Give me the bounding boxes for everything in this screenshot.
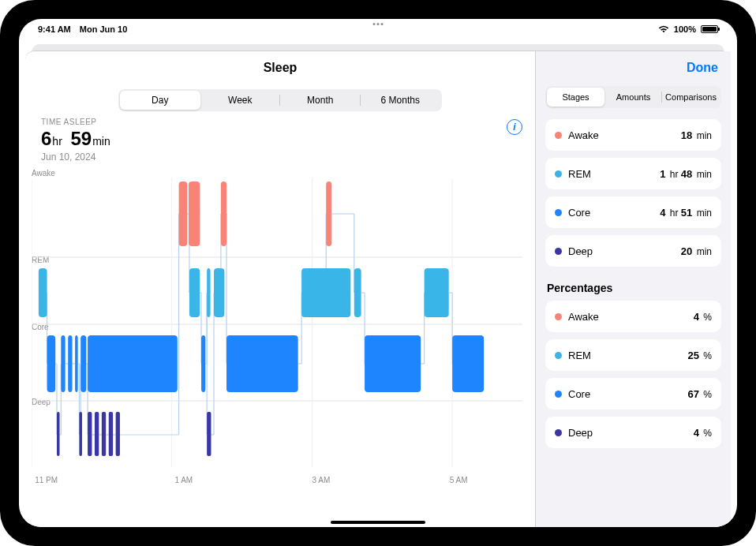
chart-body: [32, 178, 522, 467]
svg-rect-84: [57, 412, 60, 456]
svg-rect-85: [79, 412, 82, 456]
svg-rect-73: [425, 268, 449, 317]
pct-deep[interactable]: Deep4 %: [545, 417, 721, 448]
screen: 9:41 AM Mon Jun 10 100% Sleep Day Week M…: [19, 19, 737, 527]
stage-value: 20 min: [681, 245, 712, 257]
summary-min-unit: min: [92, 135, 110, 148]
main-panel: Sleep Day Week Month 6 Months TIME ASLEE…: [25, 51, 535, 527]
pct-rem[interactable]: REM25 %: [545, 339, 721, 371]
multitask-dots-icon[interactable]: [373, 23, 384, 25]
x-tick-2: 3 AM: [313, 476, 331, 484]
dot-deep-icon: [555, 429, 562, 436]
summary-value: 6hr 59min: [41, 128, 519, 150]
timeframe-segmented[interactable]: Day Week Month 6 Months: [118, 89, 442, 111]
dot-core-icon: [555, 391, 562, 398]
dot-rem-icon: [555, 352, 562, 359]
x-tick-0: 11 PM: [35, 476, 58, 484]
x-axis-ticks: 11 PM 1 AM 3 AM 5 AM: [32, 470, 522, 484]
stage-name: REM: [568, 350, 688, 361]
tab-amounts[interactable]: Amounts: [604, 88, 662, 107]
stage-name: Core: [568, 388, 688, 400]
stage-value: 25 %: [688, 350, 712, 361]
svg-rect-89: [109, 412, 113, 456]
svg-rect-66: [326, 181, 331, 246]
stage-value: 4 %: [694, 311, 712, 323]
stage-name: Core: [568, 207, 660, 219]
status-left: 9:41 AM Mon Jun 10: [38, 24, 133, 34]
seg-day[interactable]: Day: [120, 91, 200, 110]
battery-percent: 100%: [674, 24, 696, 34]
sidebar-segmented[interactable]: Stages Amounts Comparisons: [545, 86, 721, 108]
svg-rect-76: [68, 335, 72, 392]
svg-rect-75: [61, 335, 65, 392]
row-label-awake: Awake: [32, 169, 55, 178]
done-button[interactable]: Done: [687, 61, 718, 75]
svg-rect-91: [207, 412, 211, 456]
svg-rect-80: [201, 335, 205, 392]
svg-rect-69: [207, 268, 210, 317]
stage-rem[interactable]: REM1 hr 48 min: [545, 158, 721, 189]
svg-rect-63: [179, 181, 188, 246]
stage-name: Awake: [568, 129, 681, 141]
pct-core[interactable]: Core67 %: [545, 378, 721, 410]
battery-icon: [701, 25, 718, 33]
chart-svg: [32, 178, 522, 467]
dot-deep-icon: [555, 248, 562, 255]
status-right: 100%: [658, 24, 718, 34]
stage-value: 18 min: [681, 129, 712, 141]
stage-name: REM: [568, 168, 660, 180]
summary-hr-unit: hr: [52, 135, 62, 148]
tab-comparisons[interactable]: Comparisons: [662, 88, 720, 107]
stage-value: 67 %: [688, 388, 712, 400]
svg-rect-68: [189, 268, 200, 317]
svg-rect-87: [95, 412, 99, 456]
dot-rem-icon: [555, 170, 562, 178]
seg-week[interactable]: Week: [200, 91, 281, 110]
page-title: Sleep: [264, 61, 298, 75]
tab-stages[interactable]: Stages: [547, 88, 604, 107]
summary-hr: 6: [41, 128, 51, 149]
stage-name: Deep: [568, 427, 694, 439]
dot-awake-icon: [555, 313, 562, 320]
svg-rect-64: [189, 181, 200, 246]
device-frame: 9:41 AM Mon Jun 10 100% Sleep Day Week M…: [0, 0, 756, 546]
wifi-icon: [658, 25, 669, 33]
status-time: 9:41 AM: [38, 24, 71, 34]
info-button[interactable]: i: [507, 119, 522, 135]
stage-value: 4 hr 51 min: [660, 207, 712, 219]
summary-label: TIME ASLEEP: [41, 118, 519, 126]
x-tick-3: 5 AM: [450, 476, 468, 484]
pct-awake[interactable]: Awake4 %: [545, 301, 721, 332]
svg-rect-86: [88, 412, 92, 456]
svg-rect-82: [365, 335, 421, 392]
svg-rect-78: [80, 335, 86, 392]
stage-name: Awake: [568, 311, 694, 323]
svg-rect-67: [39, 268, 47, 317]
svg-rect-90: [116, 412, 120, 456]
seg-month[interactable]: Month: [280, 91, 361, 110]
svg-rect-74: [47, 335, 56, 392]
svg-rect-65: [221, 181, 226, 246]
seg-6months[interactable]: 6 Months: [361, 91, 441, 110]
stage-value: 1 hr 48 min: [660, 168, 712, 180]
stage-deep[interactable]: Deep20 min: [545, 235, 721, 267]
summary-date: Jun 10, 2024: [41, 151, 519, 163]
home-indicator[interactable]: [331, 521, 425, 524]
svg-rect-81: [226, 335, 298, 392]
svg-rect-71: [301, 268, 350, 317]
percentage-list: Awake4 %REM25 %Core67 %Deep4 %: [545, 301, 721, 455]
sheet-header: Sleep: [25, 51, 535, 84]
sidebar: Done Stages Amounts Comparisons Awake18 …: [535, 51, 731, 527]
summary-block: TIME ASLEEP 6hr 59min Jun 10, 2024: [25, 111, 535, 163]
stage-value: 4 %: [694, 427, 712, 439]
dot-awake-icon: [555, 132, 562, 139]
x-tick-1: 1 AM: [174, 476, 193, 484]
stage-core[interactable]: Core4 hr 51 min: [545, 196, 721, 228]
sleep-sheet: Sleep Day Week Month 6 Months TIME ASLEE…: [25, 50, 731, 527]
svg-rect-70: [214, 268, 224, 317]
info-icon: i: [513, 122, 515, 133]
stage-awake[interactable]: Awake18 min: [545, 119, 721, 151]
stage-list: Awake18 minREM1 hr 48 minCore4 hr 51 min…: [545, 119, 721, 274]
stage-name: Deep: [568, 245, 681, 257]
svg-rect-79: [88, 335, 178, 392]
